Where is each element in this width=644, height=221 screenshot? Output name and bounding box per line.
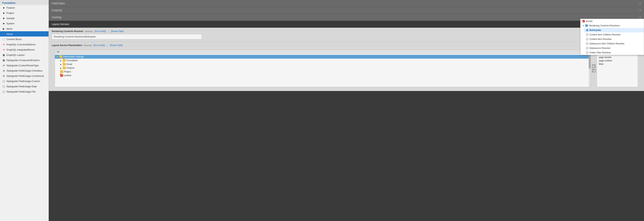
dropdown-datasource-resolver-label: Datasource Resolver [590,47,610,49]
boilerplate-radio [586,29,588,31]
caching-section[interactable]: Caching ∨ [49,14,644,21]
folder-filter-radio [586,51,588,54]
sidebar-item-foundation[interactable]: Foundation [0,0,48,5]
feature-folder-icon [63,67,66,69]
sidebar-item-custom-route[interactable]: ⇄ Styleguide-CustomRouteType [0,63,48,68]
graphql-connected-icon: ⇄ [2,43,5,46]
rendering-contents-separator: | [108,30,109,32]
custom-icon: ▢ [2,80,5,83]
dropdown-resolvers-folder[interactable]: ▼ Rendering Contents Resolvers [580,23,644,28]
arrow-buttons: ▶ ◀ [591,50,597,87]
dropdown-context-resolver[interactable]: Context Item Resolver [584,37,644,41]
dropdown-context-children[interactable]: Context Item Children Resolver [584,32,644,37]
field-editor-section[interactable]: Field Editor ∨ [49,0,644,7]
sidebar-item-project[interactable]: ■ Project [0,10,48,15]
rendering-contents-go-to-field[interactable]: [Go to field] [94,30,106,32]
resolvers-expand-arrow: ▼ [582,25,584,27]
dropdown-boilerplate[interactable]: Boilerplate [584,28,644,32]
field-editor-chevron: ∨ [639,2,641,5]
sidebar-item-system[interactable]: ■ System [0,21,48,26]
sidebar-item-styleguide-component[interactable]: ▦ Styleguide-ComponentParams [0,57,48,63]
layout-service-content: Rendering Contents Resolver [shared]: [G… [49,28,644,221]
foundation-folder-icon [63,59,66,62]
project-tree-label: Project [64,70,71,73]
tree-all-header: All [55,50,590,54]
email-arrow: ▶ [60,63,62,65]
datasource-children-radio [586,42,588,45]
sidebar-item-content-block[interactable]: ▢ Content Block [0,36,48,42]
sample-icon: ■ [2,17,5,20]
tree-panel: All ▼ Placeholder Settings ▶ Foundatio [55,50,591,87]
sidebar-item-checkbox[interactable]: ▣ Styleguide-FieldUsage-Checkbox [0,68,48,73]
email-folder-icon [63,63,66,65]
tree-items: ▼ Placeholder Settings ▶ Foundation [55,54,590,78]
placeholder-settings-label: Placeholder Settings [63,55,84,58]
dropdown-datasource-resolver[interactable]: Datasource Resolver [584,46,644,50]
demo-icon: ▶ [2,27,5,30]
dropdown-context-children-label: Context Item Children Resolver [590,33,621,36]
placeholders-separator: | [107,44,108,47]
tree-item-feature[interactable]: ▶ Feature [55,66,589,70]
placeholder-settings-arrow: ▼ [56,56,58,58]
selected-item-page-header: page-header [599,56,636,59]
foundation-arrow: ▶ [60,59,62,62]
sidebar-item-feature[interactable]: ■ Feature [0,5,48,10]
placeholders-reset-field[interactable]: [Reset Field] [110,44,122,47]
selected-item-page-content: page-content [599,59,636,62]
component-params-icon: ▦ [2,59,5,62]
placeholders-shared: [shared]: [84,44,92,46]
tree-item-email[interactable]: ▶ Email [55,62,589,66]
sidebar-item-content-list[interactable]: ▦ Styleguide-FieldUsage-ContentList [0,73,48,78]
dropdown-datasource-children-label: Datasource Item Children Resolver [590,42,624,45]
selected-panel: Selected page-header page-content Main [597,50,638,87]
tree-item-content[interactable]: content [55,74,589,77]
dropdown-datasource-children[interactable]: Datasource Item Children Resolver [584,41,644,46]
tree-item-project[interactable]: Project [55,70,589,74]
rendering-contents-reset-field[interactable]: [Reset Field] [111,30,124,32]
sidebar-item-graphql-layout[interactable]: ▦ GraphQL-Layout [0,52,48,57]
datasource-resolver-radio [586,47,588,49]
project-folder-icon [60,70,63,73]
sidebar-item-about[interactable]: ▢ About [0,31,48,36]
context-resolver-radio [586,38,588,40]
file-icon: ▢ [2,90,5,93]
sidebar-item-custom[interactable]: ▢ Styleguide-FieldUsage-Custom [0,78,48,84]
sidebar-item-demo[interactable]: ▶ demo [0,26,48,31]
graphql-chevron: ∨ [639,9,641,11]
content-block-icon: ▢ [2,38,5,41]
sidebar-item-sample[interactable]: ■ Sample [0,15,48,21]
placeholders-go-to-field[interactable]: [Go to field] [93,44,105,47]
layout-service-placeholders-field: Layout Service Placeholders [shared]: [G… [49,42,644,91]
tree-item-placeholder-settings[interactable]: ▼ Placeholder Settings [55,55,589,59]
tree-scrollbar-thumb [589,53,590,68]
tree-item-foundation[interactable]: ▶ Foundation [55,59,589,62]
graphql-layout-icon: ▦ [2,53,5,56]
selected-item-main: Main [599,62,636,66]
resolvers-folder-icon [585,24,588,27]
sidebar-item-graphql-integrated[interactable]: ⇄ GraphQL-IntegratedDemo [0,47,48,52]
layout-service-section-header[interactable]: Layout Service ∧ [49,21,644,28]
dropdown-folder-filter[interactable]: Folder Filter Resolver [584,50,644,55]
context-children-radio [586,33,588,36]
rendering-contents-label: Rendering Contents Resolver [52,30,84,32]
sidebar-item-file[interactable]: ▢ Styleguide-FieldUsage-File [0,89,48,94]
project-icon: ■ [2,11,5,14]
move-left-button[interactable]: ◀ [592,69,596,72]
rendering-contents-value[interactable]: Rendering Contents Resolvers/Boilerplate [52,34,202,39]
system-icon: ■ [2,22,5,25]
graphql-integrated-icon: ⇄ [2,48,5,51]
foundation-label: Foundation [66,59,78,62]
graphql-section[interactable]: GraphQL ∨ [49,7,644,14]
feature-tree-label: Feature [66,67,74,69]
date-icon: ▢ [2,85,5,88]
rendering-contents-shared: [shared]: [85,30,93,32]
dropdown-boilerplate-label: Boilerplate [590,29,601,31]
none-icon: ● [582,20,585,22]
dropdown-none-item[interactable]: ● [none] [580,19,644,23]
rendering-contents-resolver-field: Rendering Contents Resolver [shared]: [G… [49,28,644,42]
tree-scrollbar[interactable] [589,50,590,87]
sidebar-item-date[interactable]: ▢ Styleguide-FieldUsage-Date [0,84,48,89]
sidebar-item-graphql-connected[interactable]: ⇄ GraphQL-ConnectedDemo [0,42,48,47]
move-right-button[interactable]: ▶ [592,64,596,68]
caching-chevron: ∨ [639,16,641,18]
